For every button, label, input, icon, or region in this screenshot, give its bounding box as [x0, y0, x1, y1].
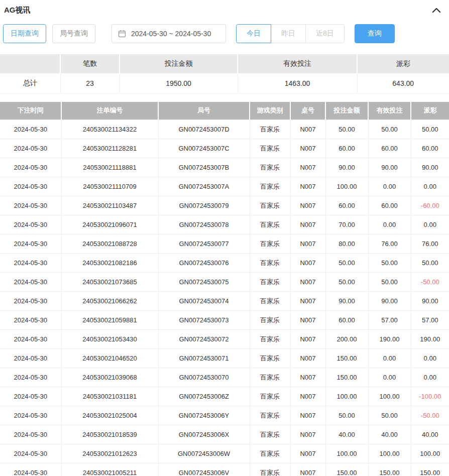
cell-bet-id: 240530021082186 [61, 254, 158, 273]
table-row: 2024-05-30240530021066262GN00724530074百家… [0, 292, 449, 311]
cell-bet-id: 240530021012623 [61, 444, 158, 463]
cell-table-id: N007 [290, 120, 325, 139]
cell-payout: 190.00 [411, 330, 449, 349]
cell-payout: 0.00 [411, 368, 449, 387]
cell-round-id: GN00724530078 [158, 215, 250, 234]
cell-valid-bet: 100.00 [368, 444, 411, 463]
cell-payout: 40.00 [411, 425, 449, 444]
cell-round-id: GN0072453006Z [158, 387, 250, 406]
cell-bet-amount: 70.00 [325, 215, 368, 234]
cell-table-id: N007 [290, 234, 325, 254]
cell-bet-time: 2024-05-30 [0, 311, 61, 330]
search-button[interactable]: 查询 [355, 24, 395, 43]
cell-bet-time: 2024-05-30 [0, 120, 61, 139]
round-query-tab-button[interactable]: 局号查询 [52, 24, 95, 43]
cell-payout: 0.00 [411, 215, 449, 234]
cell-bet-id: 240530021031181 [61, 387, 158, 406]
cell-payout: -50.00 [411, 273, 449, 292]
cell-bet-id: 240530021046520 [61, 349, 158, 368]
last8days-button[interactable]: 近8日 [305, 24, 345, 43]
header-bet-amount: 投注金额 [325, 102, 368, 120]
cell-bet-time: 2024-05-30 [0, 330, 61, 349]
cell-bet-time: 2024-05-30 [0, 196, 61, 215]
cell-bet-amount: 40.00 [325, 425, 368, 444]
cell-valid-bet: 0.00 [368, 215, 411, 234]
cell-game-type: 百家乐 [250, 406, 290, 425]
today-button[interactable]: 今日 [236, 24, 271, 43]
summary-table: 笔数 投注金额 有效投注 派彩 总计 23 1950.00 1463.00 64… [0, 54, 449, 94]
cell-valid-bet: 60.00 [368, 196, 411, 215]
cell-round-id: GN0072453007D [158, 120, 250, 139]
cell-bet-amount: 150.00 [325, 368, 368, 387]
header-game-type: 游戏类别 [250, 102, 290, 120]
cell-valid-bet: 76.00 [368, 234, 411, 254]
cell-round-id: GN00724530072 [158, 330, 250, 349]
summary-header-blank [0, 54, 60, 73]
cell-payout: 57.00 [411, 311, 449, 330]
yesterday-button[interactable]: 昨日 [271, 24, 306, 43]
filter-bar: 日期查询 局号查询 2024-05-30 ~ 2024-05-30 今日 昨日 … [3, 24, 449, 43]
cell-game-type: 百家乐 [250, 311, 290, 330]
summary-header-bet-amount: 投注金额 [120, 54, 238, 73]
table-row: 2024-05-30240530021039068GN00724530070百家… [0, 368, 449, 387]
cell-valid-bet: 60.00 [368, 139, 411, 158]
cell-bet-time: 2024-05-30 [0, 406, 61, 425]
table-row: 2024-05-30240530021103487GN00724530079百家… [0, 196, 449, 215]
cell-valid-bet: 50.00 [368, 120, 411, 139]
cell-bet-amount: 100.00 [325, 387, 368, 406]
cell-bet-amount: 80.00 [325, 234, 368, 254]
cell-bet-time: 2024-05-30 [0, 139, 61, 158]
cell-game-type: 百家乐 [250, 139, 290, 158]
cell-bet-amount: 60.00 [325, 311, 368, 330]
cell-bet-id: 240530021096071 [61, 215, 158, 234]
cell-table-id: N007 [290, 425, 325, 444]
cell-bet-id: 240530021134322 [61, 120, 158, 139]
cell-bet-time: 2024-05-30 [0, 349, 61, 368]
table-row: 2024-05-30240530021046520GN00724530071百家… [0, 349, 449, 368]
summary-total-valid-bet: 1463.00 [238, 73, 357, 93]
cell-table-id: N007 [290, 349, 325, 368]
cell-bet-amount: 50.00 [325, 273, 368, 292]
cell-table-id: N007 [290, 139, 325, 158]
cell-valid-bet: 40.00 [368, 425, 411, 444]
date-range-input[interactable]: 2024-05-30 ~ 2024-05-30 [111, 24, 226, 43]
cell-bet-id: 240530021005211 [61, 463, 158, 476]
calendar-icon [118, 30, 126, 38]
cell-round-id: GN0072453006W [158, 444, 250, 463]
cell-table-id: N007 [290, 196, 325, 215]
cell-valid-bet: 150.00 [368, 463, 411, 476]
summary-total-label: 总计 [0, 73, 60, 93]
cell-payout: -50.00 [411, 406, 449, 425]
cell-valid-bet: 90.00 [368, 158, 411, 177]
cell-payout: -100.00 [411, 387, 449, 406]
cell-game-type: 百家乐 [250, 387, 290, 406]
bet-table-header-row: 下注时间 注单编号 局号 游戏类别 桌号 投注金额 有效投注 派彩 [0, 102, 449, 120]
cell-payout: 100.00 [411, 444, 449, 463]
header-table-id: 桌号 [290, 102, 325, 120]
quick-range-group: 今日 昨日 近8日 [236, 24, 345, 43]
cell-game-type: 百家乐 [250, 349, 290, 368]
cell-bet-time: 2024-05-30 [0, 158, 61, 177]
cell-bet-time: 2024-05-30 [0, 215, 61, 234]
cell-bet-id: 240530021066262 [61, 292, 158, 311]
cell-bet-time: 2024-05-30 [0, 425, 61, 444]
cell-bet-amount: 90.00 [325, 158, 368, 177]
date-query-tab-button[interactable]: 日期查询 [3, 24, 46, 43]
page-title: AG视讯 [4, 6, 31, 15]
cell-valid-bet: 50.00 [368, 406, 411, 425]
cell-round-id: GN0072453006V [158, 463, 250, 476]
cell-table-id: N007 [290, 368, 325, 387]
collapse-panel-button[interactable] [432, 7, 441, 13]
cell-valid-bet: 190.00 [368, 330, 411, 349]
cell-table-id: N007 [290, 215, 325, 234]
cell-payout: 76.00 [411, 234, 449, 254]
cell-game-type: 百家乐 [250, 330, 290, 349]
cell-bet-amount: 50.00 [325, 120, 368, 139]
cell-bet-id: 240530021039068 [61, 368, 158, 387]
cell-table-id: N007 [290, 158, 325, 177]
header-round-id: 局号 [158, 102, 250, 120]
cell-payout: 50.00 [411, 120, 449, 139]
cell-payout: 0.00 [411, 349, 449, 368]
cell-round-id: GN0072453007A [158, 177, 250, 196]
table-row: 2024-05-30240530021082186GN00724530076百家… [0, 254, 449, 273]
